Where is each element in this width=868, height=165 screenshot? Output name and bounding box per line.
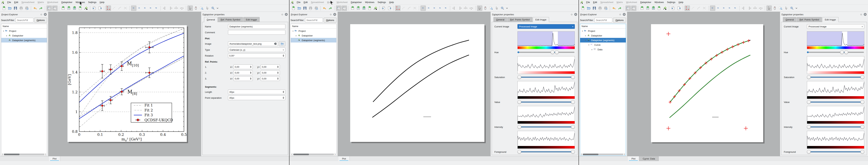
spin-arrows[interactable] xyxy=(277,72,279,74)
magnifier-plus-button[interactable] xyxy=(210,5,216,11)
scroll-left-arrow[interactable]: ❮ xyxy=(1,154,4,155)
expander-open-icon[interactable]: ▾ xyxy=(588,44,590,46)
tree-item-data[interactable]: ▸Data xyxy=(580,47,626,52)
spin-up-icon[interactable] xyxy=(250,72,251,73)
menu-settings[interactable]: Settings xyxy=(87,0,98,4)
slider-handle-min[interactable] xyxy=(518,100,521,104)
scrollbar-thumb[interactable] xyxy=(583,154,598,155)
zoom-magnifier-button[interactable]: 5x xyxy=(733,5,738,11)
scroll-right-arrow[interactable]: ❯ xyxy=(44,154,47,155)
menu-file[interactable]: File xyxy=(585,0,591,4)
menu-worksheet[interactable]: Worksheet xyxy=(45,0,60,4)
zoom-magnifier-button[interactable]: 2x xyxy=(426,5,432,11)
print-preview-button[interactable] xyxy=(24,5,29,11)
tree-horizontal-scrollbar[interactable]: ❮❯ xyxy=(1,153,47,156)
new-matrix-button[interactable] xyxy=(651,5,656,11)
new-document-button[interactable] xyxy=(291,5,296,11)
shift-right-button[interactable] xyxy=(457,5,463,11)
print-button[interactable] xyxy=(597,5,603,11)
slider-handle-max[interactable] xyxy=(861,150,864,154)
new-datapicker-button[interactable] xyxy=(83,5,89,11)
scroll-right-arrow[interactable]: ❯ xyxy=(334,154,336,155)
clear-text-icon[interactable] xyxy=(274,42,277,45)
print-preview-button[interactable] xyxy=(603,5,609,11)
zoom-selection-button[interactable] xyxy=(199,5,204,11)
spin-arrows[interactable] xyxy=(250,66,251,68)
print-preview-button[interactable] xyxy=(314,5,319,11)
value-range-slider[interactable] xyxy=(518,100,575,104)
tab-general[interactable]: General xyxy=(204,17,218,22)
spin-down-icon[interactable] xyxy=(277,73,279,74)
zoom-magnifier-button[interactable]: 4x xyxy=(438,5,443,11)
spin-up-icon[interactable] xyxy=(250,66,251,67)
export-data-button[interactable] xyxy=(387,5,392,11)
current-image-combobox[interactable]: Processed Image▾ xyxy=(807,24,864,29)
menu-matrix[interactable]: Matrix xyxy=(615,0,624,4)
slider-handle-min[interactable] xyxy=(518,150,521,154)
save-file-button[interactable] xyxy=(302,5,308,11)
spin-up-icon[interactable] xyxy=(277,72,279,73)
menu-datapicker[interactable]: Datapicker xyxy=(60,0,74,4)
slider-handle-min[interactable] xyxy=(807,125,811,129)
menu-worksheet[interactable]: Worksheet xyxy=(624,0,639,4)
slider-handle-max[interactable] xyxy=(571,75,575,79)
zoom-magnifier-button[interactable]: 1x xyxy=(710,5,715,11)
close-dock-icon[interactable]: ✕ xyxy=(623,13,626,16)
tab-edit-image[interactable]: Edit Image xyxy=(822,17,839,22)
image-path-field[interactable] xyxy=(228,42,278,46)
print-button[interactable] xyxy=(308,5,313,11)
spin-down-icon[interactable] xyxy=(283,98,284,99)
open-file-button[interactable] xyxy=(297,5,302,11)
zoom-selection-button[interactable] xyxy=(778,5,783,11)
menu-help[interactable]: Help xyxy=(677,0,685,4)
open-file-button[interactable] xyxy=(7,5,12,11)
options-button[interactable]: Options xyxy=(34,18,47,23)
redo-button[interactable] xyxy=(328,5,333,11)
tree-item-datapicker-segments-[interactable]: ▾Datapicker (segments) xyxy=(580,38,626,43)
mdi-tab-curve[interactable]: Curve: Data xyxy=(639,156,659,161)
hue-range-slider[interactable] xyxy=(518,50,575,54)
value-range-slider[interactable] xyxy=(807,100,864,104)
point-separation-spinbox[interactable]: 30px xyxy=(228,95,285,100)
undo-button[interactable] xyxy=(32,5,38,11)
zoom-magnifier-button[interactable]: 5x xyxy=(154,5,159,11)
spin-down-icon[interactable] xyxy=(250,79,251,80)
spin-arrows[interactable] xyxy=(250,72,251,74)
toggle-properties-button[interactable] xyxy=(342,5,347,11)
expander-open-icon[interactable]: ▾ xyxy=(581,30,584,32)
menu-help[interactable]: Help xyxy=(388,0,396,4)
plot-type-combobox[interactable]: Cartesian (x, y)▾ xyxy=(228,48,285,52)
tree-item-datapicker-segments-[interactable]: Datapicker (segments) xyxy=(291,38,336,43)
set-axis-points-button[interactable] xyxy=(106,5,111,11)
slider-handle-max[interactable] xyxy=(861,100,864,104)
tree-item-datapicker[interactable]: ▸Datapicker xyxy=(291,33,336,38)
menu-file[interactable]: File xyxy=(6,0,12,4)
worksheet-area[interactable] xyxy=(338,12,491,156)
zoom-magnifier-button[interactable]: 2x xyxy=(716,5,721,11)
tree-item-project[interactable]: ▾Project xyxy=(580,29,626,33)
scrollbar-track[interactable] xyxy=(583,154,623,155)
toggle-explorer-button[interactable] xyxy=(46,5,52,11)
menu-settings[interactable]: Settings xyxy=(665,0,677,4)
zoom-magnifier-button[interactable]: 4x xyxy=(148,5,153,11)
menu-edit[interactable]: Edit xyxy=(12,0,20,4)
new-workbook-button[interactable] xyxy=(640,5,645,11)
save-file-button[interactable] xyxy=(13,5,18,11)
ref-point-y-spinbox[interactable]: 0,00 xyxy=(261,76,280,81)
tab-ref-points-symbol[interactable]: Ref. Points Symbol xyxy=(797,17,822,22)
slider-groove[interactable] xyxy=(807,52,864,53)
scrollbar-track[interactable] xyxy=(293,154,334,155)
open-file-button[interactable] xyxy=(586,5,591,11)
mdi-tab-plot[interactable]: Plot xyxy=(628,156,639,161)
new-workbook-button[interactable] xyxy=(350,5,355,11)
tree-body[interactable]: ▾Project▸Datapicker▾Datapicker (segments… xyxy=(580,29,626,153)
saturation-range-slider[interactable] xyxy=(807,75,864,79)
export-data-button[interactable] xyxy=(676,5,682,11)
spin-arrows[interactable] xyxy=(250,78,251,80)
slider-handle-max[interactable] xyxy=(571,150,575,154)
float-dock-icon[interactable]: ◇ xyxy=(330,13,332,16)
spin-up-icon[interactable] xyxy=(277,78,279,78)
redo-button[interactable] xyxy=(38,5,43,11)
new-matrix-button[interactable] xyxy=(361,5,367,11)
tree-item-datapicker-segments-[interactable]: Datapicker (segments) xyxy=(1,38,47,43)
